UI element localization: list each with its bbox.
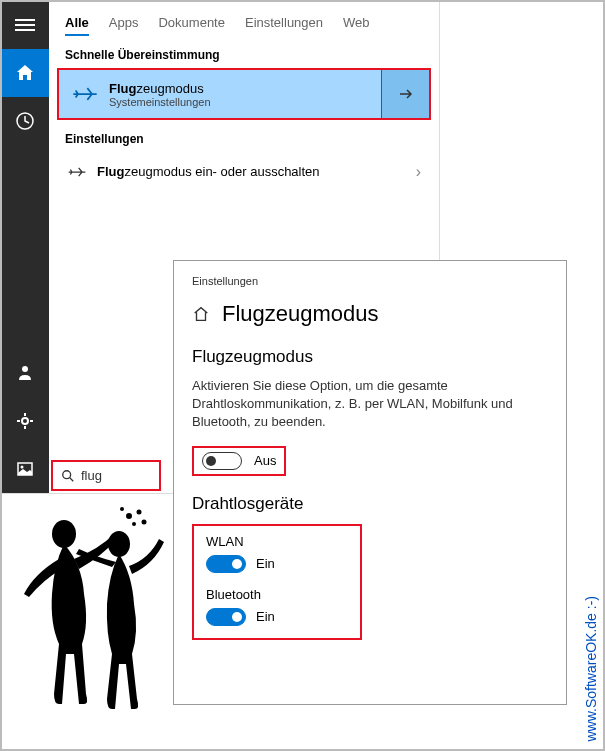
home-icon [15,63,35,83]
svg-point-8 [52,520,76,548]
settings-window-title: Flugzeugmodus [222,301,379,327]
airplane-mode-toggle-label: Aus [254,453,276,468]
sidebar-settings-button[interactable] [1,397,49,445]
airplane-icon [71,80,99,108]
wlan-toggle-label: Ein [256,556,275,571]
best-match-header: Schnelle Übereinstimmung [49,36,439,68]
search-bar[interactable]: flug [51,460,161,491]
svg-point-14 [120,507,124,511]
sidebar-home-button[interactable] [1,49,49,97]
bluetooth-toggle-label: Ein [256,609,275,624]
tab-web[interactable]: Web [343,11,370,36]
settings-result-title: Flugzeugmodus ein- oder ausschalten [97,164,416,181]
chevron-right-icon: › [416,163,421,181]
hamburger-icon [15,15,35,35]
clock-icon [15,111,35,131]
arrow-right-icon [398,86,414,102]
svg-point-7 [63,470,71,478]
bluetooth-toggle[interactable] [206,608,246,626]
tab-apps[interactable]: Apps [109,11,139,36]
best-match-arrow-button[interactable] [381,70,429,118]
svg-point-6 [21,466,24,469]
tabs-bar: Alle Apps Dokumente Einstellungen Web [49,1,439,36]
sidebar [1,1,49,493]
bluetooth-label: Bluetooth [206,587,348,602]
best-match-title: Flugzeugmodus [109,81,369,96]
svg-point-11 [137,510,142,515]
person-icon [15,363,35,383]
sidebar-person-button[interactable] [1,349,49,397]
search-icon [61,469,75,483]
svg-point-10 [126,513,132,519]
settings-window: Einstellungen Flugzeugmodus Flugzeugmodu… [173,260,567,705]
svg-point-12 [132,522,136,526]
svg-point-13 [142,520,147,525]
svg-rect-2 [15,29,35,31]
settings-window-label: Einstellungen [192,275,548,287]
search-query: flug [81,468,102,483]
home-icon[interactable] [192,305,210,323]
wireless-devices-heading: Drahtlosgeräte [192,494,548,514]
tab-all[interactable]: Alle [65,11,89,36]
svg-point-9 [108,531,130,557]
best-match-item[interactable]: Flugzeugmodus Systemeinstellungen [59,70,429,118]
wlan-toggle[interactable] [206,555,246,573]
tab-documents[interactable]: Dokumente [158,11,224,36]
image-icon [15,459,35,479]
svg-rect-1 [15,24,35,26]
airplane-mode-toggle[interactable] [202,452,242,470]
airplane-icon [67,162,87,182]
airplane-mode-description: Aktivieren Sie diese Option, um die gesa… [192,377,548,432]
decorative-silhouette [4,504,174,714]
tab-settings[interactable]: Einstellungen [245,11,323,36]
best-match-subtitle: Systemeinstellungen [109,96,369,108]
wlan-label: WLAN [206,534,348,549]
svg-rect-0 [15,19,35,21]
sidebar-clock-button[interactable] [1,97,49,145]
sidebar-image-button[interactable] [1,445,49,493]
settings-section-header: Einstellungen [49,120,439,152]
settings-result-item[interactable]: Flugzeugmodus ein- oder ausschalten › [49,152,439,192]
gear-icon [15,411,35,431]
airplane-mode-heading: Flugzeugmodus [192,347,548,367]
watermark: www.SoftwareOK.de :-) [583,596,599,742]
sidebar-menu-button[interactable] [1,1,49,49]
svg-point-4 [22,366,28,372]
